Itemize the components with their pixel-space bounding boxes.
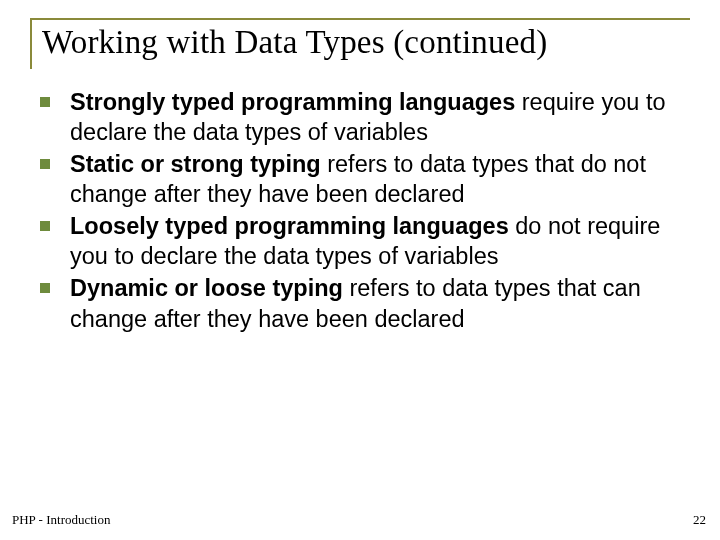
bullet-text: Loosely typed programming languages do n… bbox=[70, 211, 690, 271]
slide: Working with Data Types (continued) Stro… bbox=[0, 0, 720, 540]
page-number: 22 bbox=[693, 512, 706, 528]
list-item: Loosely typed programming languages do n… bbox=[40, 211, 690, 271]
square-bullet-icon bbox=[40, 221, 50, 231]
bullet-text: Strongly typed programming languages req… bbox=[70, 87, 690, 147]
title-container: Working with Data Types (continued) bbox=[30, 18, 690, 69]
list-item: Strongly typed programming languages req… bbox=[40, 87, 690, 147]
bullet-text: Dynamic or loose typing refers to data t… bbox=[70, 273, 690, 333]
square-bullet-icon bbox=[40, 283, 50, 293]
slide-title: Working with Data Types (continued) bbox=[42, 24, 690, 61]
bullet-text: Static or strong typing refers to data t… bbox=[70, 149, 690, 209]
list-item: Dynamic or loose typing refers to data t… bbox=[40, 273, 690, 333]
square-bullet-icon bbox=[40, 159, 50, 169]
footer-left: PHP - Introduction bbox=[12, 512, 110, 528]
square-bullet-icon bbox=[40, 97, 50, 107]
content-area: Strongly typed programming languages req… bbox=[30, 87, 690, 334]
list-item: Static or strong typing refers to data t… bbox=[40, 149, 690, 209]
